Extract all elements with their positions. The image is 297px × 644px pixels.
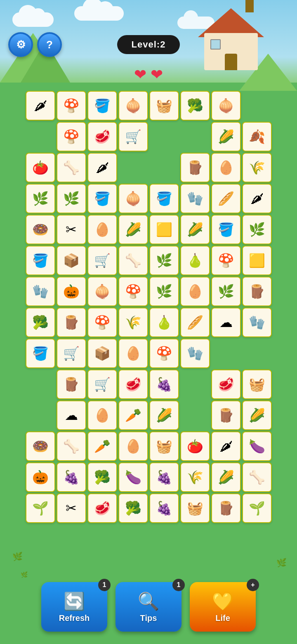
tile[interactable]: 🥕 (87, 431, 117, 461)
tile[interactable]: 🌿 (149, 277, 179, 306)
refresh-button[interactable]: 1 🔄 Refresh (41, 582, 107, 632)
tile[interactable]: ☁ (57, 400, 86, 430)
tile[interactable]: 🥩 (118, 369, 148, 399)
tile[interactable]: 🌿 (149, 246, 179, 275)
tile[interactable]: 🌽 (118, 215, 148, 244)
tile[interactable]: 🦴 (57, 431, 86, 461)
tile[interactable]: 🧺 (242, 369, 272, 399)
tile[interactable]: ✂ (57, 493, 86, 523)
tile[interactable]: 🧅 (118, 184, 148, 213)
tile[interactable]: 🧅 (211, 91, 241, 121)
tile[interactable]: 🍆 (242, 431, 272, 461)
tile[interactable]: 🍂 (242, 122, 272, 152)
tile[interactable]: 🥚 (180, 277, 210, 306)
tile[interactable]: 🥚 (87, 400, 117, 430)
tile[interactable]: 🍄 (87, 308, 117, 337)
tile[interactable]: 🍄 (57, 122, 86, 152)
tile[interactable]: 🪵 (180, 153, 210, 182)
tile[interactable]: 🪣 (211, 215, 241, 244)
tile[interactable]: 🥦 (26, 308, 55, 337)
tile[interactable]: 🪵 (242, 277, 272, 306)
tile[interactable]: 🧅 (87, 277, 117, 306)
tile[interactable]: 🍩 (26, 215, 55, 244)
tile[interactable]: 🦴 (57, 153, 86, 182)
tile[interactable]: 🥖 (211, 184, 241, 213)
tile[interactable]: 🍐 (180, 246, 210, 275)
tile[interactable]: 🥦 (180, 91, 210, 121)
tile[interactable]: 🟨 (242, 246, 272, 275)
tile[interactable]: 🌶 (87, 153, 117, 182)
tile[interactable]: 🧤 (180, 184, 210, 213)
tile[interactable]: 🪣 (87, 91, 117, 121)
tile[interactable]: 🦴 (242, 462, 272, 492)
tile[interactable]: 🌾 (118, 308, 148, 337)
tile[interactable]: 🌿 (57, 184, 86, 213)
tile[interactable]: 🥦 (87, 462, 117, 492)
tile[interactable]: 🌾 (180, 462, 210, 492)
tile[interactable]: 🥖 (180, 308, 210, 337)
tile[interactable]: 🥚 (211, 153, 241, 182)
tile[interactable]: 🥕 (118, 400, 148, 430)
tile[interactable]: ✂ (57, 215, 86, 244)
tile[interactable]: 🪵 (57, 308, 86, 337)
tile[interactable]: 🦴 (118, 246, 148, 275)
tile[interactable]: 🍄 (149, 339, 179, 368)
life-button[interactable]: + 💛 Life (190, 582, 256, 632)
tile[interactable]: 🟨 (149, 215, 179, 244)
tile[interactable]: 🧤 (180, 339, 210, 368)
tile[interactable]: 🍐 (149, 308, 179, 337)
tile[interactable]: 🌽 (180, 215, 210, 244)
tile[interactable]: 🌶 (26, 91, 55, 121)
tile[interactable]: 🎃 (57, 277, 86, 306)
tile[interactable]: 🍅 (180, 431, 210, 461)
tile[interactable]: 📦 (87, 339, 117, 368)
tile[interactable]: 🪣 (149, 184, 179, 213)
tile[interactable]: 🌽 (211, 462, 241, 492)
tile[interactable]: 🪵 (211, 493, 241, 523)
help-button[interactable]: ? (37, 32, 62, 57)
tile[interactable]: 🍄 (211, 246, 241, 275)
tile[interactable]: 🛒 (57, 339, 86, 368)
tile[interactable]: 🪣 (26, 339, 55, 368)
tile[interactable]: 🪣 (26, 246, 55, 275)
tile[interactable]: 🧺 (149, 431, 179, 461)
tile[interactable]: 🥚 (118, 339, 148, 368)
tile[interactable]: 🍇 (149, 462, 179, 492)
tile[interactable]: 🍅 (26, 153, 55, 182)
tile[interactable]: 🥩 (87, 493, 117, 523)
tile[interactable]: ☁ (211, 308, 241, 337)
tile[interactable]: 🧤 (242, 308, 272, 337)
tile[interactable]: 🥦 (118, 493, 148, 523)
tile[interactable]: 🍇 (57, 462, 86, 492)
tile[interactable]: 🥚 (87, 215, 117, 244)
tile[interactable]: 🌿 (26, 184, 55, 213)
tile[interactable]: 🥩 (211, 369, 241, 399)
tile[interactable]: 🎃 (26, 462, 55, 492)
tile[interactable]: 🪵 (57, 369, 86, 399)
tile[interactable]: 🪣 (87, 184, 117, 213)
tile[interactable]: 🌿 (242, 215, 272, 244)
tile[interactable]: 🛒 (87, 246, 117, 275)
tile[interactable]: 🛒 (87, 369, 117, 399)
tile[interactable]: 🍄 (57, 91, 86, 121)
tile[interactable]: 🌽 (211, 122, 241, 152)
tile[interactable]: 🍄 (118, 277, 148, 306)
tile[interactable]: 🧺 (180, 493, 210, 523)
tile[interactable]: 🍇 (149, 493, 179, 523)
tile[interactable]: 🌽 (149, 400, 179, 430)
tile[interactable]: 🧅 (118, 91, 148, 121)
tile[interactable]: 🛒 (118, 122, 148, 152)
tile[interactable]: 🥩 (87, 122, 117, 152)
tile[interactable]: 🌱 (242, 493, 272, 523)
tile[interactable]: 🧤 (26, 277, 55, 306)
tile[interactable]: 🌱 (26, 493, 55, 523)
tile[interactable]: 🪵 (211, 400, 241, 430)
tips-button[interactable]: 1 🔍 Tips (116, 582, 182, 632)
settings-button[interactable]: ⚙ (8, 32, 33, 57)
tile[interactable]: 🥚 (118, 431, 148, 461)
tile[interactable]: 🍩 (26, 431, 55, 461)
tile[interactable]: 🌶 (242, 184, 272, 213)
tile[interactable]: 🧺 (149, 91, 179, 121)
tile[interactable]: 🍆 (118, 462, 148, 492)
tile[interactable]: 🌾 (242, 153, 272, 182)
